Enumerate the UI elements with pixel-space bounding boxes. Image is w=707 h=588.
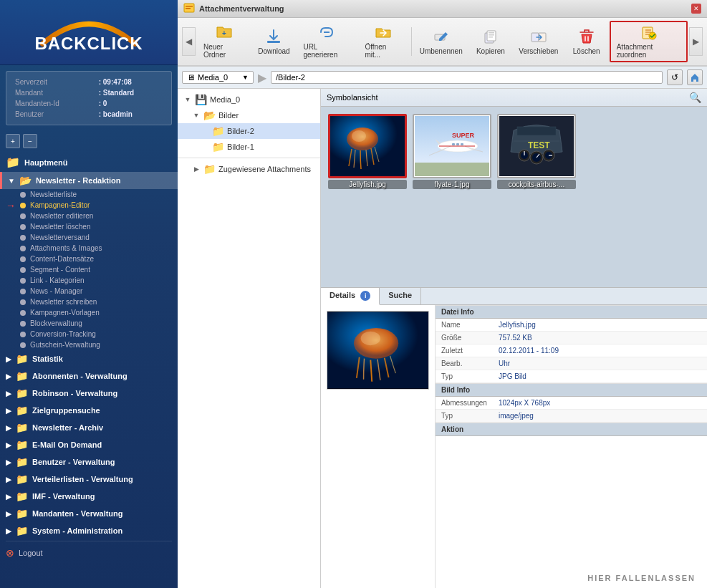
toolbar-btn-verschieben[interactable]: Verschieben bbox=[514, 26, 564, 58]
sidebar-item-benutzer-verwaltung[interactable]: ▶ 📁 Benutzer - Verwaltung bbox=[0, 453, 178, 471]
symbol-view-options-icon[interactable]: 🔍 bbox=[689, 92, 701, 103]
thumb-item-jellyfish[interactable]: Jellyfish.jpg bbox=[328, 114, 407, 189]
sidebar-collapse-btn[interactable]: − bbox=[23, 134, 37, 148]
sidebar-item-newsletter-schreiben[interactable]: Newsletter schreiben bbox=[14, 297, 178, 307]
main-area: Attachmentverwaltung ✕ ◀ + Neuer Ordner bbox=[178, 0, 707, 588]
bullet-icon bbox=[20, 299, 26, 305]
folder-icon: 📁 bbox=[16, 387, 28, 399]
svg-point-18 bbox=[352, 130, 366, 142]
bottom-tabs: Details i Suche bbox=[321, 288, 707, 305]
expand-icon: ▶ bbox=[6, 493, 11, 501]
sidebar-item-kampagnen-editor[interactable]: → Kampagnen-Editor bbox=[14, 200, 178, 211]
sidebar-item-statistik[interactable]: ▶ 📁 Statistik bbox=[0, 350, 178, 367]
thumb-item-cockpit[interactable]: TEST cockpits-airbus-... bbox=[497, 114, 576, 189]
toolbar-btn-oeffnen-mit[interactable]: Öffnen mit... bbox=[358, 21, 408, 62]
bullet-icon bbox=[20, 256, 26, 262]
tab-suche[interactable]: Suche bbox=[380, 288, 421, 304]
sidebar-item-attachments-images[interactable]: Attachments & Images bbox=[14, 243, 178, 254]
tree-item-bilder1[interactable]: 📁 Bilder-1 bbox=[178, 139, 320, 155]
svg-rect-20 bbox=[415, 163, 489, 176]
expand-icon: ▶ bbox=[6, 527, 11, 535]
svg-rect-11 bbox=[489, 37, 493, 38]
tree-item-zugewiesene[interactable]: ▶ 📁 Zugewiesene Attachments bbox=[178, 161, 320, 177]
toolbar-btn-loeschen[interactable]: Löschen bbox=[565, 26, 608, 58]
sidebar-item-zielgruppensuche[interactable]: ▶ 📁 Zielgruppensuche bbox=[0, 402, 178, 419]
preview-image bbox=[327, 311, 429, 390]
sidebar-item-email-on-demand[interactable]: ▶ 📁 E-Mail On Demand bbox=[0, 436, 178, 453]
sidebar-item-system-administration[interactable]: ▶ 📁 System - Administration bbox=[0, 522, 178, 539]
datei-info-header: Datei Info bbox=[436, 305, 707, 319]
toolbar-nav-right[interactable]: ▶ bbox=[689, 27, 703, 56]
sidebar-item-link-kategorien[interactable]: Link - Kategorien bbox=[14, 275, 178, 286]
sidebar-item-abonnenten-verwaltung[interactable]: ▶ 📁 Abonnenten - Verwaltung bbox=[0, 367, 178, 385]
detail-row-typ: Typ JPG Bild bbox=[436, 370, 707, 383]
folder-icon: 📁 bbox=[16, 405, 28, 416]
sidebar-item-kampagnen-vorlagen[interactable]: Kampagnen-Vorlagen bbox=[14, 307, 178, 318]
tab-details[interactable]: Details i bbox=[321, 288, 380, 305]
toolbar-btn-kopieren[interactable]: Kopieren bbox=[469, 26, 512, 58]
sidebar-expand-btn[interactable]: + bbox=[6, 134, 20, 148]
thumb-label-jellyfish: Jellyfish.jpg bbox=[328, 180, 407, 189]
sidebar-item-newsletter-archiv[interactable]: ▶ 📁 Newsletter - Archiv bbox=[0, 419, 178, 436]
sidebar-item-conversion-tracking[interactable]: Conversion-Tracking bbox=[14, 329, 178, 339]
sidebar-item-content-datensaetze[interactable]: Content-Datensätze bbox=[14, 254, 178, 264]
path-refresh-btn[interactable]: ↺ bbox=[667, 69, 683, 85]
sidebar-item-newsletter-redaktion[interactable]: ▼ 📂 Newsletter - Redaktion bbox=[0, 172, 178, 189]
expand-icon: ▶ bbox=[6, 372, 11, 380]
abmessungen-label: Abmessungen bbox=[436, 397, 493, 410]
toolbar-nav-left[interactable]: ◀ bbox=[182, 27, 196, 56]
hdd-icon: 💾 bbox=[195, 94, 207, 105]
sidebar-item-blockverwaltung[interactable]: Blockverwaltung bbox=[14, 318, 178, 329]
thumb-label-flyate: flyate-1.jpg bbox=[413, 180, 491, 189]
sidebar-item-mandanten-verwaltung[interactable]: ▶ 📁 Mandanten - Verwaltung bbox=[0, 505, 178, 522]
sidebar-item-segment-content[interactable]: Segment - Content bbox=[14, 264, 178, 275]
sidebar-item-newsletter-editieren[interactable]: Newsletter editieren bbox=[14, 211, 178, 221]
path-home-btn[interactable] bbox=[687, 69, 703, 85]
toolbar-btn-neuer-ordner[interactable]: + Neuer Ordner bbox=[197, 21, 251, 62]
detail-row-zuletzt: Zuletzt 02.12.2011 - 11:09 bbox=[436, 344, 707, 357]
path-input[interactable] bbox=[271, 71, 663, 84]
thumb-item-flyate[interactable]: SUPER flyate-1.jpg bbox=[413, 114, 491, 189]
content-area: ▼ 💾 Media_0 ▼ 📂 Bilder 📁 Bilder-2 📁 bbox=[178, 89, 707, 588]
umbenennen-icon bbox=[433, 29, 450, 46]
tree-expand-icon: ▼ bbox=[183, 95, 192, 104]
logout-item[interactable]: ⊗ Logout bbox=[0, 543, 178, 563]
dropdown-arrow-icon: ▼ bbox=[242, 74, 249, 81]
datei-info-table: Name Jellyfish.jpg Größe 757.52 KB Zulet… bbox=[436, 319, 707, 383]
preview-area bbox=[321, 305, 436, 588]
mandanten-id-value: : 0 bbox=[97, 99, 164, 108]
bullet-icon bbox=[20, 278, 26, 284]
loeschen-icon bbox=[578, 29, 595, 46]
symbol-view-header: Symbolansicht 🔍 bbox=[321, 89, 707, 107]
sidebar-item-verteilerlisten-verwaltung[interactable]: ▶ 📁 Verteilerlisten - Verwaltung bbox=[0, 471, 178, 488]
details-area: Datei Info Name Jellyfish.jpg Größe 757.… bbox=[436, 305, 707, 588]
sidebar-item-news-manager[interactable]: News - Manager bbox=[14, 286, 178, 297]
server-info-panel: Serverzeit : 09:47:08 Mandant : Standard… bbox=[6, 71, 172, 125]
tree-item-bilder2[interactable]: 📁 Bilder-2 bbox=[178, 123, 320, 139]
media-dropdown[interactable]: 🖥 Media_0 ▼ bbox=[182, 71, 254, 84]
sidebar-item-imf-verwaltung[interactable]: ▶ 📁 IMF - Verwaltung bbox=[0, 488, 178, 505]
sidebar-item-robinson-verwaltung[interactable]: ▶ 📁 Robinson - Verwaltung bbox=[0, 385, 178, 402]
toolbar-btn-attachment-zuordnen[interactable]: Attachment zuordnen bbox=[610, 21, 688, 62]
tree-item-bilder[interactable]: ▼ 📂 Bilder bbox=[178, 107, 320, 123]
toolbar-btn-download[interactable]: Download bbox=[252, 26, 295, 58]
folder-icon: 📁 bbox=[16, 491, 28, 502]
bottom-panel: Details i Suche bbox=[321, 287, 707, 588]
sidebar-item-newsletterliste[interactable]: Newsletterliste bbox=[14, 189, 178, 200]
sidebar-item-newsletter-loeschen[interactable]: Newsletter löschen bbox=[14, 221, 178, 232]
folder-icon: 📁 bbox=[16, 456, 28, 468]
tree-expand-icon: ▼ bbox=[192, 111, 201, 120]
path-separator-icon: ▶ bbox=[258, 71, 266, 85]
toolbar-btn-url-generieren[interactable]: URL generieren bbox=[297, 21, 357, 62]
groesse-value: 757.52 KB bbox=[493, 332, 707, 344]
toolbar: ◀ + Neuer Ordner bbox=[178, 18, 707, 67]
sidebar-item-newsletterversand[interactable]: Newsletterversand bbox=[14, 232, 178, 243]
toolbar-btn-umbenennen[interactable]: Umbenennen bbox=[414, 26, 467, 58]
sidebar-item-hauptmenu[interactable]: 📁 Hauptmenü bbox=[0, 153, 178, 172]
sidebar-item-gutschein-verwaltung[interactable]: Gutschein-Verwaltung bbox=[14, 339, 178, 350]
abmessungen-value: 1024px X 768px bbox=[493, 397, 707, 410]
close-button[interactable]: ✕ bbox=[691, 4, 701, 14]
svg-text:TEST: TEST bbox=[528, 140, 550, 150]
folder-icon: 📁 bbox=[16, 353, 28, 365]
tree-item-media0[interactable]: ▼ 💾 Media_0 bbox=[178, 92, 320, 107]
